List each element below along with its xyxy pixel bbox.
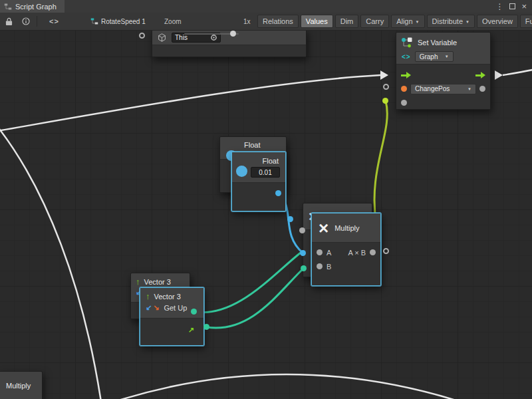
window-menu-icon[interactable]: ⋮ — [495, 3, 503, 11]
port-label-a: A — [327, 249, 331, 257]
value-input-port[interactable] — [401, 100, 407, 106]
variable-kind-dropdown[interactable]: Graph — [415, 51, 454, 62]
graph-toolbar: <> RotateSpeed 1 Zoom 1x Relations Value… — [0, 13, 532, 31]
overview-button[interactable]: Overview — [477, 15, 518, 28]
node-title: Float — [244, 141, 260, 149]
getter-label: Get Up — [164, 304, 187, 312]
node-set-variable[interactable]: Set Variable <> Graph ChangePos — [396, 32, 491, 110]
values-button[interactable]: Values — [301, 15, 333, 28]
tab-script-graph[interactable]: Script Graph — [0, 0, 65, 13]
vector3-front-output-port[interactable] — [203, 324, 209, 330]
tab-title: Script Graph — [15, 3, 57, 11]
wire-endpoint-lime[interactable] — [382, 98, 388, 104]
graph-name: RotateSpeed 1 — [101, 18, 146, 25]
graph-asset-icon — [90, 17, 98, 25]
node-title: Vector 3 — [154, 293, 181, 301]
vector-output-icon: ↗ — [188, 326, 194, 334]
node-multiply-fragment[interactable]: Multiply — [0, 371, 43, 399]
vector3-back-output-port[interactable] — [191, 309, 197, 315]
code-view-icon[interactable]: <> — [49, 17, 59, 25]
port-row-b: B — [312, 259, 380, 273]
port-label-b: B — [327, 263, 331, 271]
node-title: Vector 3 — [144, 278, 171, 286]
vector3-up-icon: ↑ — [136, 277, 140, 287]
node-multiply-front[interactable]: × Multiply A A × B B — [311, 213, 381, 286]
value-input-row — [396, 96, 490, 110]
variable-name-dropdown[interactable]: ChangePos — [410, 84, 476, 94]
node-vector3-front[interactable]: ↑ Vector 3 ↙ ↘ Get Up ↗ — [140, 287, 204, 346]
transform-arrow-icon: ↙ — [146, 303, 152, 312]
transform-arrow-icon: ↘ — [153, 303, 159, 312]
unconnected-port-setvar[interactable] — [383, 84, 389, 90]
zoom-slider-knob[interactable] — [230, 31, 236, 37]
variable-name-row: ChangePos — [396, 82, 490, 96]
align-dropdown-button[interactable]: Align — [391, 15, 424, 28]
node-title: Set Variable — [418, 39, 457, 47]
set-variable-icon — [400, 36, 414, 49]
flow-input-port[interactable] — [401, 72, 411, 78]
input-port-b[interactable] — [317, 263, 323, 269]
multiply-icon: × — [319, 219, 329, 237]
distribute-dropdown-button[interactable]: Distribute — [427, 15, 475, 28]
tab-strip: Script Graph ⋮ × — [0, 0, 532, 13]
port-row-a: A A × B — [312, 245, 380, 259]
this-label: This — [175, 34, 188, 41]
flow-output-port[interactable] — [475, 72, 485, 78]
port-label-result: A × B — [348, 249, 366, 257]
multiply-input-b-connected[interactable] — [301, 265, 307, 271]
multiply-back-port-gray[interactable] — [299, 227, 305, 233]
node-title: Multiply — [334, 224, 359, 232]
node-title: Float — [263, 157, 279, 165]
toolbar-divider — [37, 16, 37, 27]
graph-kind-icon: <> — [402, 53, 411, 61]
unconnected-port-this[interactable] — [139, 33, 145, 39]
output-port-result[interactable] — [370, 249, 376, 255]
zoom-value: 1x — [243, 18, 251, 25]
flow-port-row — [396, 68, 490, 82]
input-port-a[interactable] — [317, 249, 323, 255]
float-type-icon — [236, 166, 247, 177]
node-title: Multiply — [6, 382, 31, 390]
variable-output-port[interactable] — [479, 86, 485, 92]
dim-button[interactable]: Dim — [335, 15, 359, 28]
multiply-input-a-connected[interactable] — [300, 250, 306, 256]
fullscreen-button[interactable]: Full Screen — [520, 15, 532, 28]
this-output-port[interactable] — [211, 35, 217, 41]
wire-endpoint-blue[interactable] — [287, 216, 293, 222]
close-icon[interactable]: × — [521, 1, 527, 11]
float-output-port[interactable] — [275, 190, 281, 196]
multiply-result-unconnected[interactable] — [383, 248, 389, 254]
lock-icon[interactable] — [5, 17, 13, 26]
relations-button[interactable]: Relations — [257, 15, 299, 28]
maximize-icon[interactable] — [509, 3, 515, 9]
info-icon[interactable] — [22, 17, 30, 25]
zoom-label: Zoom — [164, 18, 182, 25]
cube-icon — [158, 33, 166, 42]
vector3-up-icon: ↑ — [146, 291, 150, 301]
carry-button[interactable]: Carry — [360, 15, 389, 28]
variable-name-port[interactable] — [401, 86, 407, 92]
float-value-field[interactable]: 0.01 — [251, 167, 280, 178]
node-float-front[interactable]: Float 0.01 — [231, 152, 286, 211]
script-graph-icon — [4, 3, 12, 11]
